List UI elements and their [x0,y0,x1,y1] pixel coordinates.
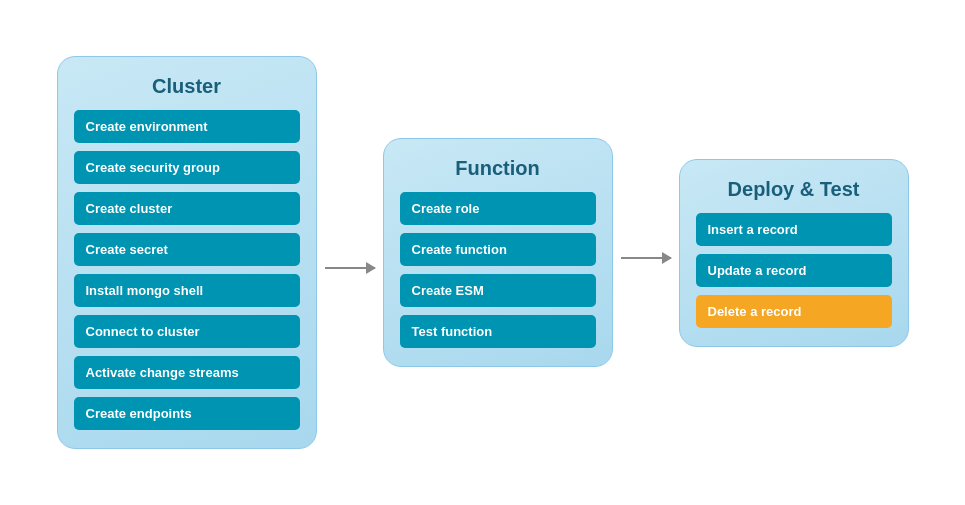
create-esm-button[interactable]: Create ESM [400,274,596,307]
connect-to-cluster-button[interactable]: Connect to cluster [74,315,300,348]
create-role-button[interactable]: Create role [400,192,596,225]
create-endpoints-button[interactable]: Create endpoints [74,397,300,430]
arrow-line-2 [621,257,671,259]
function-group: Function Create role Create function Cre… [383,138,613,367]
create-environment-button[interactable]: Create environment [74,110,300,143]
deploy-group: Deploy & Test Insert a record Update a r… [679,159,909,347]
create-cluster-button[interactable]: Create cluster [74,192,300,225]
activate-change-streams-button[interactable]: Activate change streams [74,356,300,389]
delete-record-button[interactable]: Delete a record [696,295,892,328]
function-title: Function [455,157,539,180]
deploy-title: Deploy & Test [728,178,860,201]
diagram-container: Cluster Create environment Create securi… [37,36,929,469]
cluster-group: Cluster Create environment Create securi… [57,56,317,449]
create-security-group-button[interactable]: Create security group [74,151,300,184]
arrow-1 [325,237,375,269]
arrow-2 [621,247,671,259]
arrow-line-1 [325,267,375,269]
insert-record-button[interactable]: Insert a record [696,213,892,246]
test-function-button[interactable]: Test function [400,315,596,348]
create-secret-button[interactable]: Create secret [74,233,300,266]
create-function-button[interactable]: Create function [400,233,596,266]
install-mongo-shell-button[interactable]: Install mongo shell [74,274,300,307]
cluster-title: Cluster [152,75,221,98]
update-record-button[interactable]: Update a record [696,254,892,287]
